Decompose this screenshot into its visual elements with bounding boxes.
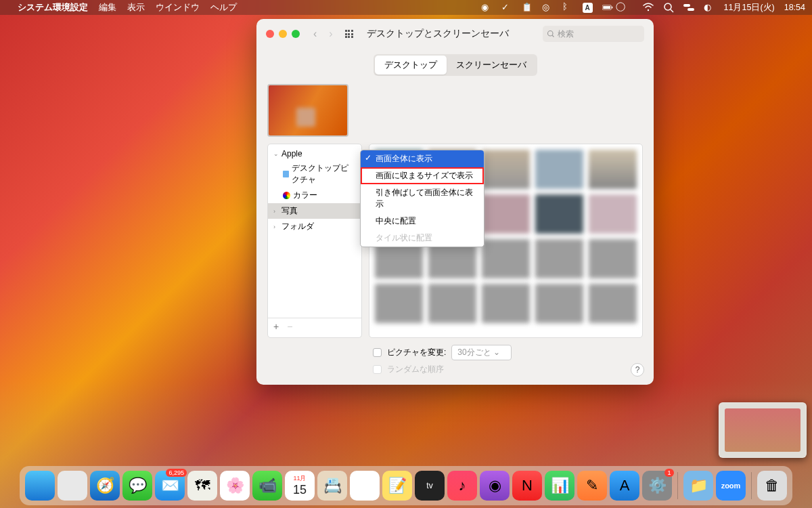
menu-extra-icon[interactable]: ◉ bbox=[481, 2, 492, 13]
tab-desktop[interactable]: デスクトップ bbox=[375, 56, 447, 75]
siri-icon[interactable]: ◐ bbox=[704, 2, 715, 13]
sidebar-item-photos[interactable]: ›写真 bbox=[268, 203, 361, 219]
close-button[interactable] bbox=[266, 30, 274, 38]
interval-select[interactable]: 30分ごと ⌄ bbox=[451, 345, 512, 360]
airplay-icon[interactable]: ◎ bbox=[542, 2, 553, 13]
menubar-app-name[interactable]: システム環境設定 bbox=[18, 2, 88, 14]
fit-mode-dropdown: 画面全体に表示 画面に収まるサイズで表示 引き伸ばして画面全体に表示 中央に配置… bbox=[360, 150, 484, 247]
dock: 🧭 💬 ✉️6,295 🗺 🌸 📹 11月15 📇 📝 tv ♪ ◉ N 📊 ✎… bbox=[20, 466, 792, 505]
screenshot-preview[interactable] bbox=[719, 402, 807, 458]
dock-podcasts[interactable]: ◉ bbox=[480, 471, 510, 501]
sidebar-item-apple[interactable]: ⌄Apple bbox=[268, 147, 361, 161]
sys-badge: 1 bbox=[664, 469, 674, 477]
preferences-window: ‹ › デスクトップとスクリーンセーバ 検索 デスクトップ スクリーンセーバ 画… bbox=[256, 19, 654, 385]
menubar-date[interactable]: 11月15日(火) bbox=[724, 2, 775, 14]
sidebar-item-folders[interactable]: ›フォルダ bbox=[268, 219, 361, 234]
dock-maps[interactable]: 🗺 bbox=[187, 471, 217, 501]
battery-icon[interactable] bbox=[602, 2, 613, 13]
dock-safari[interactable]: 🧭 bbox=[90, 471, 120, 501]
dock-trash[interactable]: 🗑 bbox=[757, 471, 787, 501]
menu-extra-icon[interactable]: ✓ bbox=[501, 2, 512, 13]
dock-tv[interactable]: tv bbox=[415, 471, 445, 501]
dropdown-item-tile[interactable]: タイル状に配置 bbox=[361, 230, 484, 247]
dock-downloads[interactable]: 📁 bbox=[683, 471, 713, 501]
screen-mirror-icon[interactable]: ⃝ bbox=[623, 2, 633, 13]
dock-calendar[interactable]: 11月15 bbox=[285, 471, 315, 501]
wallpaper-thumbnail[interactable] bbox=[375, 284, 423, 323]
wallpaper-thumbnail[interactable] bbox=[589, 284, 637, 323]
sidebar-item-desktop-pictures[interactable]: デスクトップピクチャ bbox=[268, 161, 361, 188]
control-center-icon[interactable] bbox=[683, 2, 694, 13]
dock-system-preferences[interactable]: ⚙️1 bbox=[642, 471, 672, 501]
dropdown-item-center[interactable]: 中央に配置 bbox=[361, 213, 484, 230]
dock-separator bbox=[677, 472, 678, 499]
clipboard-icon[interactable]: 📋 bbox=[522, 2, 533, 13]
svg-rect-6 bbox=[683, 4, 690, 7]
dock-photos[interactable]: 🌸 bbox=[220, 471, 250, 501]
change-picture-checkbox[interactable] bbox=[373, 348, 382, 357]
dock-facetime[interactable]: 📹 bbox=[252, 471, 282, 501]
dock-news[interactable]: N bbox=[512, 471, 542, 501]
wallpaper-thumbnail[interactable] bbox=[482, 150, 530, 189]
dropdown-item-fit[interactable]: 画面に収まるサイズで表示 bbox=[361, 167, 484, 184]
dock-appstore[interactable]: A bbox=[610, 471, 639, 501]
help-button[interactable]: ? bbox=[631, 363, 644, 377]
wallpaper-thumbnail[interactable] bbox=[482, 194, 530, 234]
zoom-button[interactable] bbox=[292, 30, 300, 38]
tab-screensaver[interactable]: スクリーンセーバ bbox=[447, 56, 536, 75]
search-input[interactable]: 検索 bbox=[543, 26, 644, 42]
wallpaper-thumbnail[interactable] bbox=[428, 284, 476, 323]
window-title: デスクトップとスクリーンセーバ bbox=[367, 28, 509, 40]
wallpaper-thumbnail[interactable] bbox=[589, 194, 637, 234]
window-titlebar: ‹ › デスクトップとスクリーンセーバ 検索 bbox=[256, 19, 654, 49]
wallpaper-thumbnail[interactable] bbox=[535, 284, 583, 323]
minimize-button[interactable] bbox=[279, 30, 287, 38]
dock-reminders[interactable] bbox=[350, 471, 380, 501]
dock-music[interactable]: ♪ bbox=[447, 471, 477, 501]
dock-notes[interactable]: 📝 bbox=[382, 471, 412, 501]
dock-messages[interactable]: 💬 bbox=[122, 471, 152, 501]
svg-line-9 bbox=[552, 35, 554, 37]
wallpaper-thumbnail[interactable] bbox=[482, 284, 530, 323]
show-all-icon[interactable] bbox=[345, 30, 353, 38]
dropdown-item-stretch[interactable]: 引き伸ばして画面全体に表示 bbox=[361, 184, 484, 213]
svg-rect-7 bbox=[687, 8, 694, 11]
wallpaper-thumbnail[interactable] bbox=[482, 239, 530, 278]
wallpaper-thumbnail[interactable] bbox=[535, 239, 583, 278]
add-source-button[interactable]: + bbox=[273, 321, 279, 332]
change-picture-label: ピクチャを変更: bbox=[387, 347, 446, 358]
wallpaper-thumbnail[interactable] bbox=[535, 150, 583, 189]
dock-pages[interactable]: ✎ bbox=[577, 471, 607, 501]
dock-contacts[interactable]: 📇 bbox=[317, 471, 347, 501]
menubar-item-window[interactable]: ウインドウ bbox=[156, 2, 200, 14]
dock-zoom[interactable]: zoom bbox=[716, 471, 746, 501]
dock-launchpad[interactable] bbox=[58, 471, 87, 501]
menubar: システム環境設定 編集 表示 ウインドウ ヘルプ ◉ ✓ 📋 ◎ ᛒ A ⃝ ◐… bbox=[0, 0, 812, 15]
dropdown-item-fill[interactable]: 画面全体に表示 bbox=[361, 150, 484, 167]
wallpaper-thumbnail[interactable] bbox=[589, 239, 637, 278]
back-button[interactable]: ‹ bbox=[313, 28, 317, 40]
input-source-icon[interactable]: A bbox=[583, 3, 593, 13]
sidebar-item-colors[interactable]: カラー bbox=[268, 188, 361, 203]
dock-mail[interactable]: ✉️6,295 bbox=[155, 471, 185, 501]
spotlight-icon[interactable] bbox=[663, 2, 674, 13]
dock-numbers[interactable]: 📊 bbox=[545, 471, 574, 501]
wifi-icon[interactable] bbox=[643, 2, 654, 13]
svg-rect-2 bbox=[612, 7, 612, 9]
forward-button[interactable]: › bbox=[329, 28, 332, 40]
menubar-item-view[interactable]: 表示 bbox=[127, 2, 145, 14]
colors-icon bbox=[283, 192, 290, 199]
wallpaper-thumbnail[interactable] bbox=[535, 194, 583, 234]
bluetooth-icon[interactable]: ᛒ bbox=[562, 2, 573, 13]
wallpaper-thumbnail[interactable] bbox=[589, 150, 637, 189]
nav-buttons: ‹ › bbox=[313, 28, 333, 40]
svg-point-4 bbox=[664, 3, 671, 10]
svg-line-5 bbox=[671, 9, 673, 12]
menubar-item-edit[interactable]: 編集 bbox=[99, 2, 116, 14]
random-order-checkbox bbox=[373, 365, 382, 374]
menubar-time[interactable]: 18:54 bbox=[784, 3, 805, 12]
dock-finder[interactable] bbox=[25, 471, 55, 501]
menubar-item-help[interactable]: ヘルプ bbox=[210, 2, 237, 14]
remove-source-button[interactable]: − bbox=[287, 321, 292, 332]
mail-badge: 6,295 bbox=[166, 469, 187, 477]
